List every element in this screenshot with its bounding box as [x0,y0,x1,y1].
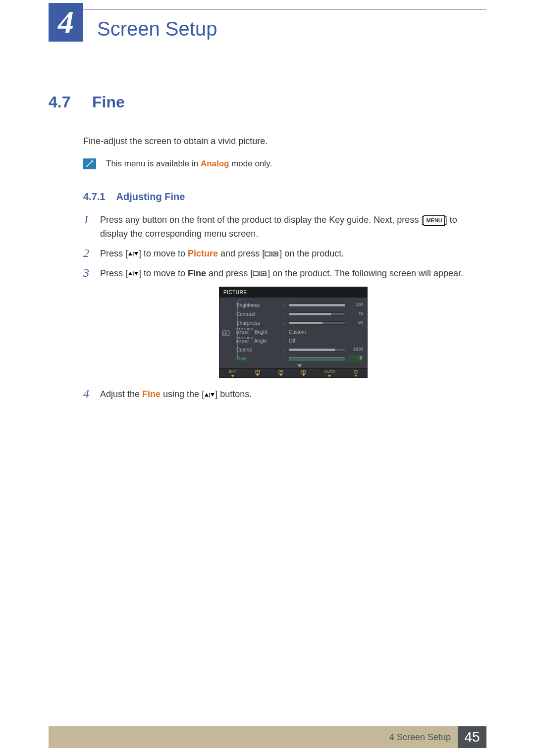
text: ] to move to [139,249,188,258]
power-icon [353,369,358,377]
step-num: 2 [83,247,92,259]
svg-marker-23 [303,371,305,373]
osd-row-coarse: Coarse : 1936 [236,345,363,354]
svg-marker-21 [280,371,282,372]
osd-value: 100 [348,302,363,308]
section-title: Fine [92,93,125,111]
step-body: Press [] to move to Picture and press []… [100,247,486,261]
slider-icon [289,312,345,316]
source-enter-icon [265,251,279,257]
svg-marker-1 [134,252,138,255]
chapter-number: 4 [49,3,83,42]
osd-label: SAMSUNGMAGIC Bright [236,328,281,336]
text: ] buttons. [215,389,252,399]
footer-label: 4 Screen Setup [49,726,458,748]
osd-main: Brightness : 100 Contrast : 75 [232,298,367,368]
note-post: mode only. [229,159,272,168]
step-body: Press [] to move to Fine and press [] on… [100,267,486,382]
page-footer: 4 Screen Setup 45 [49,726,486,748]
section-intro: Fine-adjust the screen to obtain a vivid… [83,135,486,148]
osd-row-magic-bright: SAMSUNGMAGIC Bright : Custom [236,327,363,336]
step-1: 1 Press any button on the front of the p… [83,213,486,241]
step-num: 1 [83,213,92,225]
text: using the [ [160,389,204,399]
magic-tag: SAMSUNGMAGIC [236,337,253,343]
osd-footer: EXIT AUTO [219,368,367,377]
text: Press any button on the front of the pro… [100,215,424,225]
step-num: 4 [83,388,92,400]
svg-marker-26 [205,393,209,397]
text: Press [ [100,268,128,278]
text: ] on the product. The following screen w… [268,268,463,278]
osd-label: Coarse [236,346,281,354]
svg-rect-3 [265,252,270,256]
osd-label: Sharpness [236,319,281,327]
osd-value: 60 [348,319,363,326]
osd-label: Fine [236,355,281,363]
svg-rect-10 [253,272,258,276]
osd-row-sharpness: Sharpness : 60 [236,318,363,327]
svg-marker-13 [262,273,264,275]
osd-row-brightness: Brightness : 100 [236,301,363,309]
osd-row-fine: Fine : 0 [236,354,363,363]
osd-value: Custom [289,328,345,336]
text: ] to move to [139,268,188,278]
osd-label: SAMSUNGMAGIC Angle [236,337,281,345]
down-icon [255,370,260,376]
text: Press [ [100,249,128,258]
osd-title: PICTURE [219,287,367,298]
slider-icon [289,348,345,352]
osd-label: Brightness [236,302,281,309]
osd-footer-exit: EXIT [228,369,237,377]
note-row: This menu is available in Analog mode on… [83,158,486,169]
step-3: 3 Press [] to move to Fine and press [] … [83,267,486,382]
osd-value: 75 [348,310,363,317]
svg-marker-0 [128,252,132,255]
osd-row-contrast: Contrast : 75 [236,309,363,318]
osd-body: Brightness : 100 Contrast : 75 [219,298,367,368]
svg-marker-19 [257,371,259,372]
text-emph: Picture [188,249,218,258]
slider-icon [289,321,345,325]
magic-tag: SAMSUNGMAGIC [236,328,253,334]
source-enter-icon [253,271,268,277]
steps-list: 1 Press any button on the front of the p… [83,213,486,402]
step-body: Press any button on the front of the pro… [100,213,486,241]
note-text: This menu is available in Analog mode on… [106,159,272,169]
up-icon [278,370,283,376]
osd-value: 1936 [348,346,363,353]
svg-marker-6 [274,253,275,255]
text: ] on the product. [279,249,344,258]
slider-icon [289,303,345,307]
osd-value: Off [289,337,345,345]
osd-footer-auto: AUTO [324,369,335,377]
subsection-number: 4.7.1 [83,191,105,202]
section-number: 4.7 [49,93,77,111]
svg-rect-14 [222,331,229,336]
note-emph: Analog [201,159,229,168]
subsection-title: Adjusting Fine [116,191,185,202]
menu-key-icon: MENU [424,215,444,226]
header-rule [49,9,486,10]
subsection-header: 4.7.1 Adjusting Fine [83,191,486,202]
up-down-icon [204,392,215,398]
svg-marker-27 [211,393,214,397]
text: and press [ [218,249,265,258]
slider-icon [289,357,345,360]
osd-screenshot: PICTURE Brightness : 100 [219,287,368,378]
text-emph: Fine [142,389,160,399]
section-body: 4.7 Fine Fine-adjust the screen to obtai… [49,93,486,407]
chevron-down-icon [297,364,302,367]
right-icon [301,370,306,376]
up-down-icon [128,271,139,277]
step-num: 3 [83,267,92,279]
step-body: Adjust the Fine using the [] buttons. [100,388,486,402]
section-header: 4.7 Fine [49,93,486,111]
note-pre: This menu is available in [106,159,201,168]
text: Adjust the [100,389,142,399]
osd-value: 0 [348,355,363,362]
chapter-title: Screen Setup [97,18,217,40]
osd-label: Contrast [236,310,281,318]
text: and press [ [206,268,253,278]
osd-row-magic-angle: SAMSUNGMAGIC Angle : Off [236,336,363,345]
